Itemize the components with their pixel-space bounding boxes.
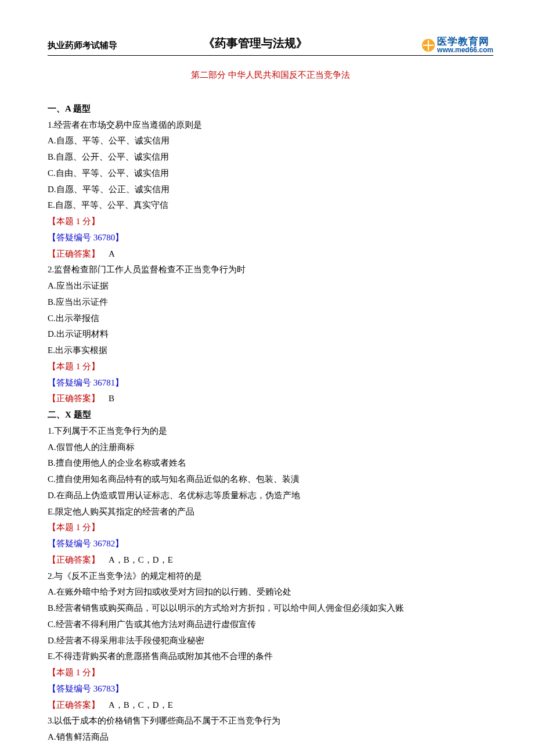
q-a2-opt-e: E.出示事实根据 — [48, 343, 493, 359]
logo-icon — [422, 39, 435, 52]
q-a2-stem: 2.监督检查部门工作人员监督检查不正当竞争行为时 — [48, 262, 493, 278]
answer-value: A，B，C，D，E — [100, 700, 173, 710]
q-a1-opt-a: A.自愿、平等、公平、诚实信用 — [48, 133, 493, 149]
q-a2-opt-c: C.出示举报信 — [48, 311, 493, 327]
q-x2-opt-e: E.不得违背购买者的意愿搭售商品或附加其他不合理的条件 — [48, 649, 493, 665]
q-a1-answer: 【正确答案】 A — [48, 246, 493, 262]
answer-label: 【正确答案】 — [48, 249, 100, 258]
q-x2-score: 【本题 1 分】 — [48, 665, 493, 681]
q-x3-opt-a: A.销售鲜活商品 — [48, 729, 493, 746]
q-a1-score: 【本题 1 分】 — [48, 214, 493, 230]
q-a1-ref: 【答疑编号 36780】 — [48, 230, 493, 246]
answer-label: 【正确答案】 — [48, 394, 100, 403]
section-x-heading: 二、X 题型 — [48, 407, 493, 423]
q-x1-opt-c: C.擅自使用知名商品特有的或与知名商品近似的名称、包装、装潢 — [48, 471, 493, 488]
q-a1-stem: 1.经营者在市场交易中应当遵循的原则是 — [48, 117, 493, 134]
q-x2-opt-a: A.在账外暗中给予对方回扣或收受对方回扣的以行贿、受贿论处 — [48, 584, 493, 600]
q-a1-opt-b: B.自愿、公开、公平、诚实信用 — [48, 149, 493, 165]
q-x2-ref: 【答疑编号 36783】 — [48, 681, 493, 697]
q-x1-opt-a: A.假冒他人的注册商标 — [48, 440, 493, 456]
q-a1-opt-d: D.自愿、平等、公正、诚实信用 — [48, 182, 493, 198]
page-header: 执业药师考试辅导 《药事管理与法规》 医学教育网 www.med66.com — [48, 33, 493, 56]
q-a1-opt-c: C.自由、平等、公平、诚实信用 — [48, 165, 493, 182]
answer-value: A — [100, 249, 115, 258]
q-x1-opt-e: E.限定他人购买其指定的经营者的产品 — [48, 504, 493, 520]
q-x1-score: 【本题 1 分】 — [48, 520, 493, 536]
q-x3-stem: 3.以低于成本的价格销售下列哪些商品不属于不正当竞争行为 — [48, 713, 493, 729]
q-x1-opt-d: D.在商品上伪造或冒用认证标志、名优标志等质量标志，伪造产地 — [48, 488, 493, 504]
logo-cn: 医学教育网 — [437, 37, 493, 47]
q-a2-ref: 【答疑编号 36781】 — [48, 375, 493, 391]
q-a2-opt-d: D.出示证明材料 — [48, 326, 493, 343]
q-x1-opt-b: B.擅自使用他人的企业名称或者姓名 — [48, 455, 493, 471]
logo-url: www.med66.com — [437, 46, 493, 54]
q-x1-stem: 1.下列属于不正当竞争行为的是 — [48, 423, 493, 440]
answer-value: A，B，C，D，E — [100, 555, 173, 564]
q-x2-stem: 2.与《反不正当竞争法》的规定相符的是 — [48, 568, 493, 585]
section-a-heading: 一、A 题型 — [48, 101, 493, 117]
q-a2-answer: 【正确答案】 B — [48, 391, 493, 407]
q-x2-opt-d: D.经营者不得采用非法手段侵犯商业秘密 — [48, 633, 493, 649]
answer-label: 【正确答案】 — [48, 700, 100, 710]
q-x1-ref: 【答疑编号 36782】 — [48, 536, 493, 552]
q-a2-score: 【本题 1 分】 — [48, 359, 493, 375]
answer-label: 【正确答案】 — [48, 555, 100, 564]
q-a2-opt-a: A.应当出示证据 — [48, 278, 493, 294]
section-title: 第二部分 中华人民共和国反不正当竞争法 — [48, 67, 493, 84]
q-x2-opt-c: C.经营者不得利用广告或其他方法对商品进行虚假宣传 — [48, 617, 493, 633]
q-x1-answer: 【正确答案】 A，B，C，D，E — [48, 552, 493, 568]
brand-logo: 医学教育网 www.med66.com — [422, 37, 493, 54]
content-body: 一、A 题型 1.经营者在市场交易中应当遵循的原则是 A.自愿、平等、公平、诚实… — [48, 101, 493, 746]
q-x2-answer: 【正确答案】 A，B，C，D，E — [48, 697, 493, 714]
logo-text: 医学教育网 www.med66.com — [437, 37, 493, 54]
q-a2-opt-b: B.应当出示证件 — [48, 294, 493, 311]
document-title: 《药事管理与法规》 — [88, 33, 422, 54]
q-x2-opt-b: B.经营者销售或购买商品，可以以明示的方式给对方折扣，可以给中间人佣金但必须如实… — [48, 600, 493, 617]
answer-value: B — [100, 394, 114, 403]
q-a1-opt-e: E.自愿、平等、公平、真实守信 — [48, 197, 493, 214]
